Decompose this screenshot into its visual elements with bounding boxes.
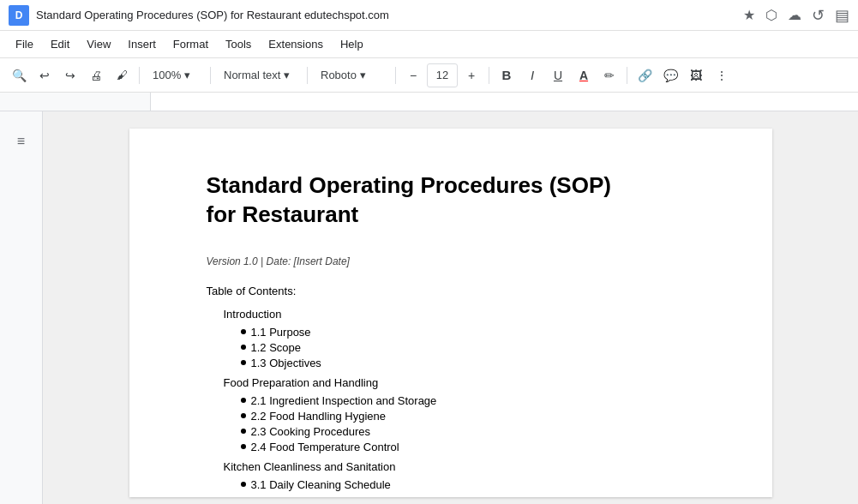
history-icon[interactable]: ↺ (812, 6, 825, 25)
folder-icon[interactable]: ⬡ (765, 7, 777, 23)
font-value: Roboto (321, 69, 357, 81)
highlight-button[interactable]: ✏ (597, 63, 621, 87)
list-item: 1.2 Scope (241, 341, 695, 354)
menu-extensions[interactable]: Extensions (261, 34, 330, 54)
star-icon[interactable]: ★ (743, 7, 755, 23)
app-icon: D (9, 5, 29, 26)
font-size-input[interactable] (427, 63, 458, 87)
app-icon-letter: D (15, 9, 23, 21)
font-size-decrease[interactable]: − (401, 63, 425, 87)
menu-file[interactable]: File (9, 34, 40, 54)
outline-icon[interactable]: ≡ (12, 129, 30, 154)
bullet-icon (241, 329, 246, 334)
toc-item-label: 2.4 Food Temperature Control (251, 441, 399, 453)
menu-tools[interactable]: Tools (219, 34, 258, 54)
zoom-value: 100% (153, 69, 181, 81)
zoom-dropdown[interactable]: 100% ▾ (145, 63, 205, 87)
window-title: Standard Operating Procedures (SOP) for … (36, 9, 736, 21)
bold-button[interactable]: B (495, 63, 519, 87)
toc-section-food-prep: Food Preparation and Handling (224, 376, 695, 389)
cloud-icon[interactable]: ☁ (788, 7, 801, 23)
image-button[interactable]: 🖼 (684, 63, 708, 87)
list-item: 3.1 Daily Cleaning Schedule (241, 478, 695, 491)
toc-heading: Table of Contents: (207, 285, 695, 297)
sidebar: ≡ (0, 111, 43, 504)
toolbar: 🔍 ↩ ↪ 🖨 🖌 100% ▾ Normal text ▾ Roboto ▾ … (0, 58, 858, 93)
menu-edit[interactable]: Edit (44, 34, 76, 54)
present-icon[interactable]: ▤ (835, 6, 849, 25)
bullet-icon (241, 482, 246, 487)
section-introduction-label: Introduction (224, 308, 282, 321)
list-item: 2.3 Cooking Procedures (241, 425, 695, 438)
list-item: 2.4 Food Temperature Control (241, 441, 695, 453)
more-options-button[interactable]: ⋮ (710, 63, 734, 87)
list-item: 1.3 Objectives (241, 357, 695, 369)
bullet-icon (241, 444, 246, 449)
zoom-chevron-icon: ▾ (184, 69, 190, 81)
list-item: 2.2 Food Handling Hygiene (241, 410, 695, 423)
divider-2 (210, 67, 211, 84)
bullet-icon (241, 345, 246, 350)
document-title: Standard Operating Procedures (SOP) for … (207, 171, 695, 230)
bullet-icon (241, 398, 246, 403)
section-food-prep-label: Food Preparation and Handling (224, 376, 379, 389)
menu-insert[interactable]: Insert (121, 34, 163, 54)
menu-format[interactable]: Format (166, 34, 215, 54)
link-button[interactable]: 🔗 (633, 63, 657, 87)
list-item: 1.1 Purpose (241, 326, 695, 339)
toc-item-label: 3.1 Daily Cleaning Schedule (251, 478, 391, 491)
divider-3 (307, 67, 308, 84)
toc-item-label: 1.3 Objectives (251, 357, 321, 369)
toc-item-label: 2.1 Ingredient Inspection and Storage (251, 394, 437, 407)
version-text: Version 1.0 | Date: [Insert Date] (207, 255, 695, 267)
title-line1: Standard Operating Procedures (SOP) (207, 172, 611, 198)
menu-view[interactable]: View (80, 34, 117, 54)
bullet-icon (241, 413, 246, 418)
search-button[interactable]: 🔍 (7, 63, 31, 87)
document-area: Standard Operating Procedures (SOP) for … (43, 111, 858, 504)
text-style-dropdown[interactable]: Normal text ▾ (216, 63, 302, 87)
list-item: 2.1 Ingredient Inspection and Storage (241, 394, 695, 407)
divider-4 (395, 67, 396, 84)
undo-button[interactable]: ↩ (33, 63, 57, 87)
divider-1 (139, 67, 140, 84)
bullet-icon (241, 360, 246, 365)
title-bar-icons: ★ ⬡ ☁ ↺ ▤ (743, 6, 849, 25)
main-area: ≡ Standard Operating Procedures (SOP) fo… (0, 111, 858, 504)
divider-6 (627, 67, 627, 84)
paint-format-button[interactable]: 🖌 (110, 63, 134, 87)
menu-bar: File Edit View Insert Format Tools Exten… (0, 31, 858, 58)
italic-button[interactable]: I (520, 63, 544, 87)
ruler-inner (150, 93, 858, 111)
ruler (0, 93, 858, 111)
font-chevron-icon: ▾ (360, 69, 366, 81)
underline-button[interactable]: U (546, 63, 570, 87)
bullet-icon (241, 429, 246, 434)
font-size-increase[interactable]: + (459, 63, 483, 87)
style-chevron-icon: ▾ (284, 69, 290, 81)
document-page: Standard Operating Procedures (SOP) for … (129, 129, 772, 497)
style-value: Normal text (224, 69, 280, 81)
title-bar: D Standard Operating Procedures (SOP) fo… (0, 0, 858, 31)
comment-button[interactable]: 💬 (658, 63, 682, 87)
title-line2: for Restaurant (207, 201, 359, 227)
toc-item-label: 2.2 Food Handling Hygiene (251, 410, 387, 423)
redo-button[interactable]: ↪ (58, 63, 82, 87)
font-dropdown[interactable]: Roboto ▾ (313, 63, 390, 87)
toc-section-kitchen: Kitchen Cleanliness and Sanitation (224, 460, 695, 473)
print-button[interactable]: 🖨 (84, 63, 108, 87)
toc-item-label: 1.2 Scope (251, 341, 302, 354)
font-color-button[interactable]: A (572, 63, 596, 87)
toc-section-introduction: Introduction (224, 308, 695, 321)
toc-item-label: 1.1 Purpose (251, 326, 311, 339)
menu-help[interactable]: Help (333, 34, 370, 54)
section-kitchen-label: Kitchen Cleanliness and Sanitation (224, 460, 396, 473)
divider-5 (489, 67, 489, 84)
toc-item-label: 2.3 Cooking Procedures (251, 425, 370, 438)
